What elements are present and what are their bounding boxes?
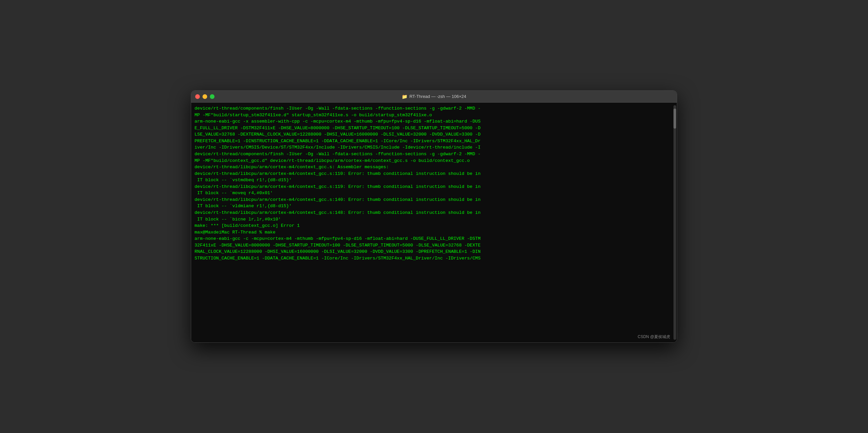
maximize-button[interactable] bbox=[210, 94, 215, 99]
terminal-window: 📁 RT-Thread — -zsh — 106×24 device/rt-th… bbox=[191, 90, 677, 343]
folder-icon: 📁 bbox=[402, 94, 407, 99]
scrollbar-thumb[interactable] bbox=[674, 109, 676, 129]
minimize-button[interactable] bbox=[203, 94, 207, 99]
terminal-output: device/rt-thread/components/finsh -IUser… bbox=[194, 105, 674, 262]
scrollbar[interactable] bbox=[674, 105, 676, 340]
close-button[interactable] bbox=[195, 94, 200, 99]
traffic-lights bbox=[195, 94, 215, 99]
window-title: 📁 RT-Thread — -zsh — 106×24 bbox=[402, 94, 466, 99]
terminal-body[interactable]: device/rt-thread/components/finsh -IUser… bbox=[191, 102, 677, 342]
desktop: 📁 RT-Thread — -zsh — 106×24 device/rt-th… bbox=[0, 0, 868, 433]
titlebar: 📁 RT-Thread — -zsh — 106×24 bbox=[191, 91, 677, 102]
watermark: CSDN @夏侯城虎 bbox=[638, 334, 670, 340]
